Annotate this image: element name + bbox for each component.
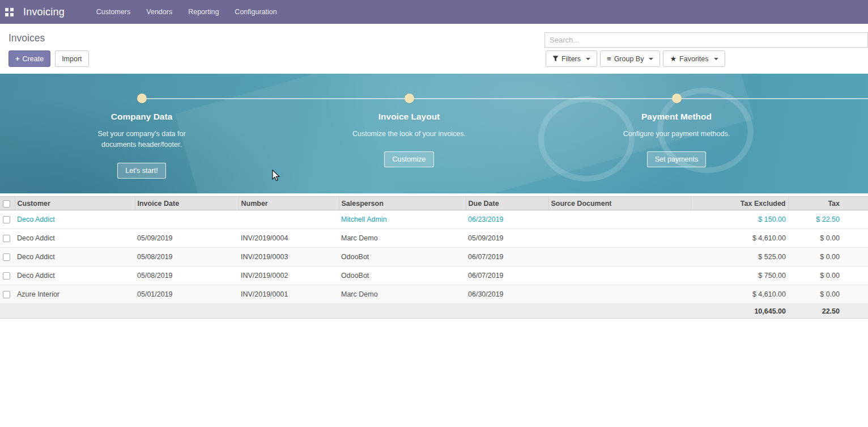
progress-line — [142, 98, 868, 99]
column-header-salesperson[interactable]: Salesperson — [339, 197, 466, 210]
step-title: Invoice Layout — [335, 112, 483, 122]
cell-tax-excluded: $ 525.00 — [691, 248, 788, 267]
cell-number: INV/2019/0003 — [239, 248, 339, 267]
lets-start-button[interactable]: Let's start! — [117, 163, 165, 179]
search-input[interactable] — [545, 33, 867, 47]
star-icon: ★ — [670, 55, 676, 62]
caret-down-icon — [586, 58, 590, 60]
table-row[interactable]: Deco Addict 05/08/2019 INV/2019/0002 Odo… — [0, 267, 868, 285]
column-header-customer[interactable]: Customer — [15, 197, 135, 210]
group-by-icon: ≡ — [607, 55, 611, 62]
invoices-table: Customer Invoice Date Number Salesperson… — [0, 196, 868, 319]
totals-row: 10,645.00 22.50 — [0, 304, 868, 319]
onboarding-step-company-data: Company Data Set your company's data for… — [68, 112, 215, 179]
cell-salesperson: Marc Demo — [339, 285, 466, 304]
table-row[interactable]: Deco Addict 05/09/2019 INV/2019/0004 Mar… — [0, 229, 868, 248]
import-button-label: Import — [62, 55, 82, 63]
cell-number: INV/2019/0001 — [239, 285, 339, 304]
cell-due-date: 06/23/2019 — [466, 210, 548, 229]
cell-customer: Deco Addict — [15, 229, 135, 248]
cell-tax: $ 0.00 — [788, 267, 868, 285]
select-all-cell — [0, 197, 15, 210]
step-title: Payment Method — [603, 112, 750, 122]
menu-configuration[interactable]: Configuration — [235, 8, 276, 16]
cell-customer: Azure Interior — [15, 285, 135, 304]
cell-invoice-date: 05/08/2019 — [135, 248, 239, 267]
onboarding-step-payment-method: Payment Method Configure your payment me… — [603, 112, 750, 167]
cell-tax: $ 0.00 — [788, 285, 868, 304]
plus-icon: + — [15, 54, 20, 63]
row-checkbox[interactable] — [3, 235, 10, 242]
step-description: Customize the look of your invoices. — [349, 129, 469, 139]
column-header-source-document[interactable]: Source Document — [548, 197, 691, 210]
filters-button[interactable]: Filters — [546, 50, 597, 67]
cell-due-date: 05/09/2019 — [466, 229, 548, 248]
column-header-due-date[interactable]: Due Date — [466, 197, 548, 210]
favorites-button-label: Favorites — [679, 55, 708, 63]
menu-vendors[interactable]: Vendors — [146, 8, 172, 16]
cell-invoice-date: 05/08/2019 — [135, 267, 239, 285]
customize-button[interactable]: Customize — [384, 151, 433, 167]
select-all-checkbox[interactable] — [3, 200, 10, 208]
cell-customer: Deco Addict — [15, 210, 135, 229]
group-by-button-label: Group By — [614, 55, 644, 63]
cell-invoice-date: 05/01/2019 — [135, 285, 239, 304]
cell-salesperson: OdooBot — [339, 267, 466, 285]
cell-due-date: 06/30/2019 — [466, 285, 548, 304]
step-dot-company-data — [137, 94, 147, 103]
cell-number: INV/2019/0004 — [239, 229, 339, 248]
cell-salesperson: Marc Demo — [339, 229, 466, 248]
table-row[interactable]: Deco Addict 05/08/2019 INV/2019/0003 Odo… — [0, 248, 868, 267]
set-payments-button[interactable]: Set payments — [647, 151, 706, 167]
cell-tax: $ 22.50 — [788, 210, 868, 229]
app-name[interactable]: Invoicing — [23, 6, 65, 18]
menu-customers[interactable]: Customers — [96, 8, 130, 16]
apps-grid-icon[interactable] — [5, 8, 14, 16]
action-buttons: + Create Import — [8, 50, 89, 67]
total-tax: 22.50 — [788, 304, 868, 319]
cell-salesperson: OdooBot — [339, 248, 466, 267]
cell-source-document — [548, 229, 691, 248]
table-row[interactable]: Deco Addict Mitchell Admin 06/23/2019 $ … — [0, 210, 868, 229]
table-row[interactable]: Azure Interior 05/01/2019 INV/2019/0001 … — [0, 285, 868, 304]
top-navbar: Invoicing Customers Vendors Reporting Co… — [0, 0, 868, 24]
filters-button-label: Filters — [561, 55, 581, 63]
table-header-row: Customer Invoice Date Number Salesperson… — [0, 197, 868, 210]
cell-salesperson: Mitchell Admin — [339, 210, 466, 229]
funnel-icon — [552, 56, 559, 62]
group-by-button[interactable]: ≡ Group By — [600, 50, 660, 67]
column-header-tax[interactable]: Tax — [788, 197, 868, 210]
cell-due-date: 06/07/2019 — [466, 248, 548, 267]
step-dot-payment-method — [672, 94, 682, 103]
cell-source-document — [548, 285, 691, 304]
row-checkbox[interactable] — [3, 216, 10, 223]
menu-reporting[interactable]: Reporting — [188, 8, 219, 16]
cell-tax: $ 0.00 — [788, 229, 868, 248]
row-checkbox[interactable] — [3, 253, 10, 261]
control-panel: Invoices + Create Import Filters ≡ Group… — [0, 24, 868, 74]
cell-number — [239, 210, 339, 229]
create-button-label: Create — [23, 55, 44, 63]
search-options: Filters ≡ Group By ★ Favorites — [546, 50, 725, 67]
import-button[interactable]: Import — [55, 50, 88, 67]
row-checkbox[interactable] — [3, 291, 10, 298]
onboarding-step-invoice-layout: Invoice Layout Customize the look of you… — [335, 112, 483, 167]
cell-tax-excluded: $ 750.00 — [691, 267, 788, 285]
cell-source-document — [548, 267, 691, 285]
row-checkbox[interactable] — [3, 272, 10, 280]
cell-source-document — [548, 210, 691, 229]
step-dot-invoice-layout — [405, 94, 414, 103]
onboarding-banner: Company Data Set your company's data for… — [0, 74, 868, 193]
favorites-button[interactable]: ★ Favorites — [663, 50, 725, 67]
cell-number: INV/2019/0002 — [239, 267, 339, 285]
step-description: Configure your payment methods. — [616, 129, 737, 139]
column-header-invoice-date[interactable]: Invoice Date — [135, 197, 239, 210]
cell-tax-excluded: $ 4,610.00 — [691, 285, 788, 304]
search-box — [544, 32, 868, 48]
cell-invoice-date: 05/09/2019 — [135, 229, 239, 248]
cell-customer: Deco Addict — [15, 267, 135, 285]
create-button[interactable]: + Create — [8, 50, 50, 67]
column-header-number[interactable]: Number — [239, 197, 339, 210]
step-title: Company Data — [68, 112, 215, 122]
column-header-tax-excluded[interactable]: Tax Excluded — [691, 197, 788, 210]
